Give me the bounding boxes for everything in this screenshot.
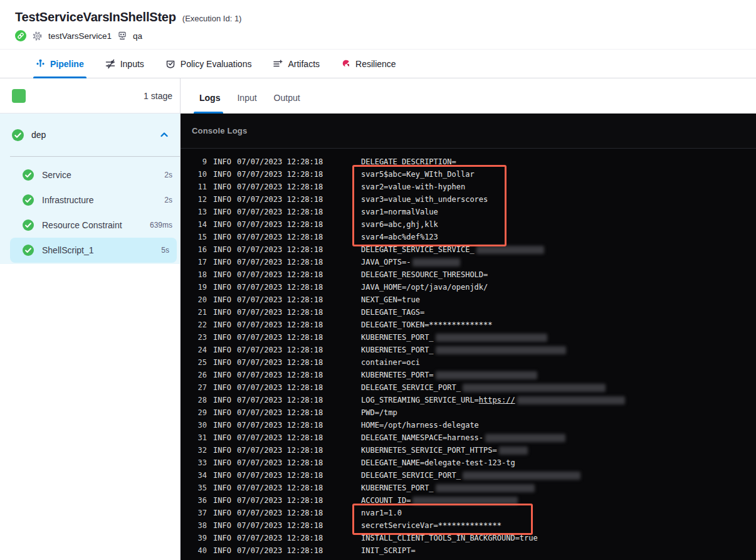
log-message: DELEGATE_DESCRIPTION=: [361, 157, 456, 166]
log-line: 13INFO07/07/2023 12:28:18svar1=normalVal…: [181, 206, 756, 218]
log-text: JAVA_HOME=/opt/java/openjdk/: [361, 283, 488, 292]
log-timestamp: 07/07/2023 12:28:18: [237, 471, 323, 480]
log-message: KUBERNETES_PORT_: [361, 346, 566, 354]
log-text: container=oci: [361, 358, 420, 367]
step-duration: 2s: [164, 171, 172, 179]
log-line-number: 22: [196, 320, 207, 329]
log-timestamp: 07/07/2023 12:28:18: [237, 383, 323, 392]
log-message: NEXT_GEN=true: [361, 295, 420, 304]
resilience-chaos-icon: [341, 59, 350, 68]
log-timestamp: 07/07/2023 12:28:18: [237, 483, 323, 492]
tab-input[interactable]: Input: [237, 93, 256, 114]
chevron-up-icon[interactable]: [160, 130, 169, 139]
environment-icon: [117, 31, 127, 41]
log-level: INFO: [213, 157, 232, 166]
log-message: HOME=/opt/harness-delegate: [361, 421, 479, 430]
stage-minimap-row: 1 stage: [0, 78, 180, 114]
log-line-number: 11: [196, 182, 207, 191]
log-message: INSTALL_CLIENT_TOOLS_IN_BACKGROUND=true: [361, 534, 538, 542]
log-level: INFO: [213, 509, 232, 517]
step-label: ShellScript_1: [42, 245, 161, 255]
stage-minimap-square[interactable]: [12, 89, 26, 103]
log-text: DELEGATE_NAMESPACE=harness-: [361, 433, 483, 442]
log-text: ACCOUNT_ID=: [361, 496, 411, 505]
service-link-icon: [15, 30, 26, 41]
step-row-service[interactable]: Service 2s: [0, 162, 180, 188]
log-timestamp: 07/07/2023 12:28:18: [237, 220, 323, 229]
pipeline-icon: [36, 59, 45, 68]
tab-output[interactable]: Output: [274, 93, 300, 114]
log-timestamp: 07/07/2023 12:28:18: [237, 521, 323, 530]
log-text: DELEGATE_TAGS=: [361, 308, 424, 317]
log-message: svar1=normalValue: [361, 208, 438, 216]
step-row-infrastructure[interactable]: Infrastructure 2s: [0, 188, 180, 213]
log-line-number: 23: [196, 333, 207, 342]
log-line-number: 24: [196, 346, 207, 354]
log-line-number: 18: [196, 270, 207, 279]
log-message: container=oci: [361, 358, 420, 367]
tab-policy-evaluations[interactable]: Policy Evaluations: [165, 50, 252, 78]
log-text: DELEGATE_SERVICE_PORT_: [361, 383, 461, 392]
stage-row-dep[interactable]: dep: [0, 114, 180, 156]
log-timestamp: 07/07/2023 12:28:18: [237, 396, 323, 404]
log-link[interactable]: https://: [479, 396, 515, 404]
log-timestamp: 07/07/2023 12:28:18: [237, 170, 323, 179]
log-text: KUBERNETES_PORT_: [361, 483, 434, 492]
tab-artifacts[interactable]: Artifacts: [273, 50, 320, 78]
log-timestamp: 07/07/2023 12:28:18: [237, 458, 323, 467]
console-header[interactable]: Console Logs: [181, 114, 756, 149]
tab-label: Pipeline: [50, 59, 84, 69]
log-level: INFO: [213, 208, 232, 216]
log-level: INFO: [213, 521, 232, 530]
log-message: DELEGATE_TOKEN=**************: [361, 320, 493, 329]
log-text: KUBERNETES_PORT_: [361, 346, 434, 354]
tab-resilience[interactable]: Resilience: [341, 50, 396, 78]
redacted-value: [463, 384, 606, 392]
redacted-value: [436, 346, 566, 354]
log-text: svar6=abc,ghj,klk: [361, 220, 438, 229]
log-line: 28INFO07/07/2023 12:28:18LOG_STREAMING_S…: [181, 394, 756, 406]
log-line: 15INFO07/07/2023 12:28:18svar4=abc%def%1…: [181, 231, 756, 243]
step-duration: 2s: [164, 196, 172, 204]
log-line: 21INFO07/07/2023 12:28:18DELEGATE_TAGS=: [181, 306, 756, 319]
step-label: Service: [42, 170, 164, 180]
log-line-number: 14: [196, 220, 207, 229]
log-line: 39INFO07/07/2023 12:28:18INSTALL_CLIENT_…: [181, 532, 756, 544]
console-log-area[interactable]: 9INFO07/07/2023 12:28:18DELEGATE_DESCRIP…: [181, 149, 756, 560]
log-level: INFO: [213, 471, 232, 480]
log-timestamp: 07/07/2023 12:28:18: [237, 496, 323, 505]
success-check-icon: [23, 169, 34, 181]
log-line-number: 30: [196, 421, 207, 430]
log-message: svar5$abc=Key_WIth_Dollar: [361, 170, 475, 179]
tab-logs[interactable]: Logs: [199, 93, 220, 114]
execution-id: (Execution Id: 1): [182, 14, 242, 23]
log-text: DELEGATE_NAME=delegate-test-123-tg: [361, 458, 515, 467]
log-line-number: 32: [196, 446, 207, 455]
step-row-shellscript-1[interactable]: ShellScript_1 5s: [10, 238, 177, 263]
log-line: 34INFO07/07/2023 12:28:18DELEGATE_SERVIC…: [181, 469, 756, 482]
log-message: DELEGATE_SERVICE_PORT_: [361, 383, 606, 392]
log-level: INFO: [213, 320, 232, 329]
log-timestamp: 07/07/2023 12:28:18: [237, 346, 323, 354]
log-text: DELEGATE_DESCRIPTION=: [361, 157, 456, 166]
log-message: DELEGATE_TAGS=: [361, 308, 424, 317]
log-line: 9INFO07/07/2023 12:28:18DELEGATE_DESCRIP…: [181, 156, 756, 168]
step-label: Infrastructure: [42, 195, 164, 205]
stage-section: dep Service 2s: [0, 114, 180, 264]
log-line: 35INFO07/07/2023 12:28:18KUBERNETES_PORT…: [181, 482, 756, 494]
log-line-number: 9: [196, 157, 207, 166]
log-line: 14INFO07/07/2023 12:28:18svar6=abc,ghj,k…: [181, 218, 756, 231]
log-level: INFO: [213, 220, 232, 229]
step-list: Service 2s Infrastructure 2s: [0, 157, 180, 263]
log-timestamp: 07/07/2023 12:28:18: [237, 358, 323, 367]
log-line-number: 34: [196, 471, 207, 480]
tab-inputs[interactable]: Inputs: [105, 50, 144, 78]
log-message: INIT_SCRIPT=: [361, 546, 416, 555]
log-timestamp: 07/07/2023 12:28:18: [237, 534, 323, 542]
log-text: svar1=normalValue: [361, 208, 438, 216]
step-row-resource-constraint[interactable]: Resource Constraint 639ms: [0, 213, 180, 238]
log-text: svar5$abc=Key_WIth_Dollar: [361, 170, 475, 179]
tab-pipeline[interactable]: Pipeline: [36, 50, 84, 78]
execution-header: TestServiceVarsInShellStep (Execution Id…: [0, 0, 756, 49]
log-line-number: 21: [196, 308, 207, 317]
